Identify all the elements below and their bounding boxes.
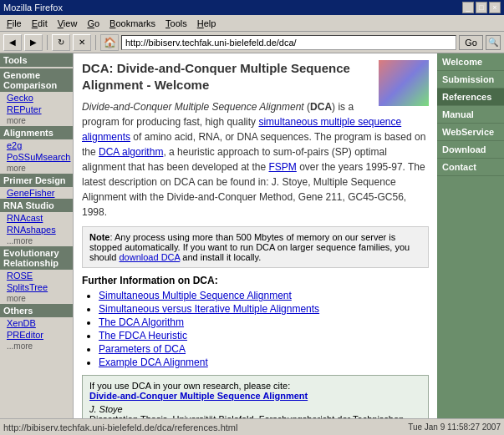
- sidebar-item-possumearch[interactable]: PoSSuMsearch: [0, 151, 73, 163]
- link-dca-algorithm[interactable]: DCA algorithm: [99, 146, 163, 158]
- right-nav-webservice[interactable]: WebService: [437, 124, 504, 141]
- sidebar-item-rna-more[interactable]: ...more: [0, 235, 73, 246]
- intro-paragraph: Divide-and-Conquer Multiple Sequence Ali…: [82, 99, 429, 220]
- link-dca-algorithm-page[interactable]: The DCA Algorithm: [99, 316, 184, 328]
- sidebar-header-primer: Primer Design: [0, 174, 73, 187]
- toolbar-separator2: [95, 35, 96, 50]
- sidebar-item-xendb[interactable]: XenDB: [0, 317, 73, 329]
- go-button[interactable]: Go: [459, 35, 483, 50]
- right-nav-welcome[interactable]: Welcome: [437, 53, 504, 71]
- sidebar-item-rnacast[interactable]: RNAcast: [0, 212, 73, 224]
- link-fdca-heuristic[interactable]: The FDCA Heuristic: [99, 330, 187, 341]
- citation-intro: If you use DCA in your own research, ple…: [89, 381, 290, 391]
- window-controls[interactable]: _ □ ×: [462, 2, 501, 13]
- content-area: DCA: Divide-and-Conquer Multiple Sequenc…: [74, 53, 437, 418]
- menu-view[interactable]: View: [53, 18, 83, 29]
- address-bar: [121, 35, 456, 50]
- menu-edit[interactable]: Edit: [27, 18, 53, 29]
- menu-go[interactable]: Go: [82, 18, 104, 29]
- toolbar: ◀ ▶ ↻ ✕ 🏠 Go 🔍: [0, 32, 504, 53]
- status-url: http://bibiserv.techfak.uni-bielefeld.de…: [3, 422, 237, 432]
- note-label: Note: [89, 232, 109, 242]
- citation-box: If you use DCA in your own research, ple…: [82, 375, 429, 418]
- menu-help[interactable]: Help: [192, 18, 221, 29]
- status-time: Tue Jan 9 11:58:27 2007: [408, 422, 501, 432]
- right-nav-download[interactable]: Download: [437, 141, 504, 159]
- window-title: Mozilla Firefox: [3, 3, 63, 13]
- sidebar-item-rose[interactable]: ROSE: [0, 270, 73, 281]
- menu-bookmarks[interactable]: Bookmarks: [104, 18, 160, 29]
- title-bar: Mozilla Firefox _ □ ×: [0, 0, 504, 15]
- sidebar: Tools GenomeComparison Gecko REPuter mor…: [0, 53, 74, 418]
- right-nav: Welcome Submission References Manual Web…: [437, 53, 504, 418]
- note-end: and install it locally.: [180, 252, 261, 262]
- sidebar-item-rnashapes[interactable]: RNAshapes: [0, 224, 73, 235]
- sidebar-header-evolutionary: EvolutionaryRelationship: [0, 246, 73, 270]
- sidebar-item-e2g[interactable]: e2g: [0, 139, 73, 151]
- note-box: Note: Any process using more than 500 Mb…: [82, 226, 429, 268]
- right-nav-submission[interactable]: Submission: [437, 71, 504, 89]
- sidebar-item-align-more[interactable]: more: [0, 163, 73, 174]
- sidebar-item-evo-more[interactable]: more: [0, 293, 73, 304]
- sidebar-item-gecko[interactable]: Gecko: [0, 92, 73, 104]
- toolbar-separator: [47, 35, 48, 50]
- sidebar-item-genefisher[interactable]: GeneFisher: [0, 187, 73, 199]
- reload-button[interactable]: ↻: [52, 34, 70, 51]
- sidebar-header-rna: RNA Studio: [0, 199, 73, 212]
- sidebar-item-reputer[interactable]: REPuter: [0, 104, 73, 115]
- right-nav-contact[interactable]: Contact: [437, 159, 504, 176]
- link-parameters[interactable]: Parameters of DCA: [99, 343, 186, 355]
- minimize-button[interactable]: _: [462, 2, 474, 13]
- sidebar-item-genome-more[interactable]: more: [0, 115, 73, 126]
- sidebar-item-splitstree[interactable]: SplitsTree: [0, 281, 73, 293]
- back-button[interactable]: ◀: [3, 34, 22, 51]
- right-nav-manual[interactable]: Manual: [437, 106, 504, 124]
- status-bar: http://bibiserv.techfak.uni-bielefeld.de…: [0, 418, 504, 435]
- dca-image: [379, 60, 429, 106]
- menu-file[interactable]: File: [2, 18, 27, 29]
- menu-tools[interactable]: Tools: [160, 18, 192, 29]
- sidebar-item-others-more[interactable]: ...more: [0, 341, 73, 352]
- citation-author: J. Stoye: [89, 404, 123, 414]
- maximize-button[interactable]: □: [476, 2, 487, 13]
- citation-details: Dissertation Thesis. Universität Bielefe…: [89, 414, 411, 418]
- right-nav-references[interactable]: References: [437, 89, 504, 106]
- sidebar-header-tools: Tools: [0, 53, 73, 67]
- link-simultaneous-vs-iterative[interactable]: Simultaneous versus Iterative Multiple A…: [99, 303, 319, 315]
- further-info-list: Simultaneous Multiple Sequence Alignment…: [82, 290, 429, 368]
- further-info-header: Further Information on DCA:: [82, 275, 429, 286]
- sidebar-header-others: Others: [0, 304, 73, 317]
- sidebar-header-genome: GenomeComparison: [0, 68, 73, 92]
- sidebar-item-predictor[interactable]: PREditor: [0, 329, 73, 341]
- link-fspm[interactable]: FSPM: [269, 161, 297, 173]
- main-area: Tools GenomeComparison Gecko REPuter mor…: [0, 53, 504, 418]
- sidebar-header-alignments: Alignments: [0, 126, 73, 139]
- link-simultaneous-msa[interactable]: Simultaneous Multiple Sequence Alignment: [99, 290, 292, 301]
- link-download-dca[interactable]: download DCA: [119, 252, 180, 262]
- stop-button[interactable]: ✕: [73, 34, 91, 51]
- close-button[interactable]: ×: [489, 2, 501, 13]
- address-input[interactable]: [121, 35, 456, 50]
- citation-link[interactable]: Divide-and-Conquer Multiple Sequence Ali…: [89, 391, 421, 401]
- search-button[interactable]: 🔍: [486, 35, 501, 50]
- forward-button[interactable]: ▶: [24, 34, 43, 51]
- link-example[interactable]: Example DCA Alignment: [99, 357, 208, 368]
- page-title: DCA: Divide-and-Conquer Multiple Sequenc…: [82, 60, 429, 93]
- link-simultaneous[interactable]: simultaneous multiple sequence alignment…: [82, 116, 401, 143]
- menu-bar: File Edit View Go Bookmarks Tools Help: [0, 15, 504, 32]
- home-button[interactable]: 🏠: [100, 34, 119, 51]
